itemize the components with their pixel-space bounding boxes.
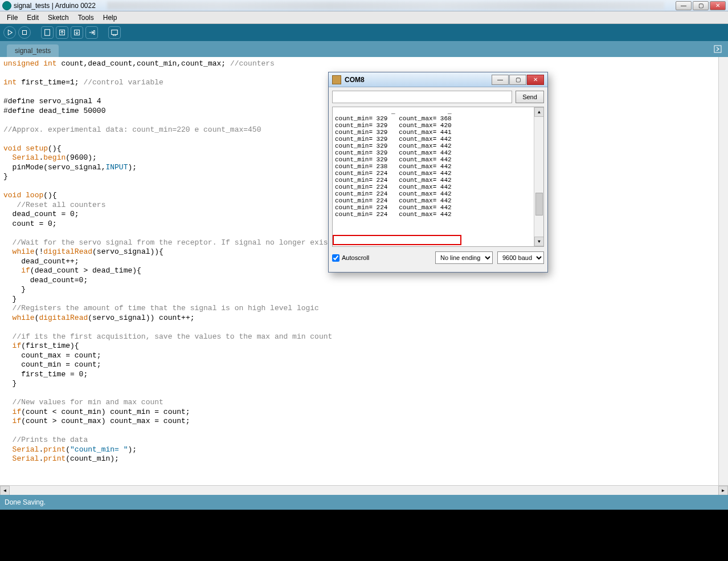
verify-button[interactable]	[3, 26, 16, 39]
svg-rect-2	[45, 30, 50, 36]
status-bar: Done Saving.	[0, 495, 728, 510]
stop-button[interactable]	[18, 26, 31, 39]
serial-output-line: count_min= 224 count_max= 442	[335, 184, 541, 190]
serial-output-area[interactable]: _ _count_min= 329 count_max= 368count_mi…	[332, 107, 544, 247]
autoscroll-label: Autoscroll	[342, 254, 369, 261]
tabbar: signal_tests	[0, 41, 728, 57]
serial-output-line: count_min= 238 count_max= 442	[335, 163, 541, 170]
toolbar	[0, 24, 728, 41]
line-ending-select[interactable]: No line ending	[435, 251, 493, 264]
serial-output-line: count_min= 224 count_max= 442	[335, 177, 541, 184]
minimize-button[interactable]: —	[676, 1, 692, 10]
svg-rect-7	[113, 35, 116, 36]
serial-monitor-button[interactable]	[108, 26, 121, 39]
serial-maximize-button[interactable]: ▢	[509, 75, 526, 85]
console-output	[0, 510, 728, 561]
serial-output-line: count_min= 329 count_max= 420	[335, 122, 541, 129]
horizontal-scrollbar[interactable]: ◄ ►	[0, 485, 728, 495]
menu-tools[interactable]: Tools	[73, 13, 99, 23]
serial-highlighted-line: count_min= 224 count_max= 442	[335, 211, 541, 218]
serial-output-line: count_min= 329 count_max= 441	[335, 129, 541, 136]
taskbar-blur	[107, 2, 664, 10]
menu-file[interactable]: File	[2, 13, 22, 23]
menu-help[interactable]: Help	[99, 13, 122, 23]
serial-output-line: count_min= 329 count_max= 442	[335, 156, 541, 163]
svg-rect-1	[23, 31, 27, 35]
java-icon	[332, 75, 341, 84]
menu-edit[interactable]: Edit	[22, 13, 43, 23]
scroll-right-icon[interactable]: ►	[718, 486, 728, 495]
serial-output-line: count_min= 329 count_max= 442	[335, 143, 541, 149]
new-button[interactable]	[41, 26, 54, 39]
scroll-up-icon[interactable]: ▲	[534, 107, 544, 117]
upload-button[interactable]	[85, 26, 98, 39]
status-message: Done Saving.	[5, 498, 46, 506]
close-button[interactable]: ✕	[710, 1, 726, 10]
autoscroll-input[interactable]	[332, 254, 340, 262]
svg-marker-0	[8, 30, 12, 35]
serial-output-line: count_min= 329 count_max= 442	[335, 136, 541, 143]
tab-signal-tests[interactable]: signal_tests	[7, 44, 59, 57]
svg-rect-6	[112, 30, 118, 35]
serial-scrollbar[interactable]: ▲ ▼	[534, 107, 543, 246]
serial-output-line: count_min= 224 count_max= 442	[335, 170, 541, 177]
highlight-box	[333, 235, 461, 245]
arduino-icon	[2, 1, 11, 10]
svg-rect-5	[94, 31, 95, 35]
serial-output-line: count_min= 329 count_max= 368	[335, 115, 541, 122]
scroll-left-icon[interactable]: ◄	[0, 486, 10, 495]
baud-rate-select[interactable]: 9600 baud	[497, 251, 544, 264]
menubar: File Edit Sketch Tools Help	[0, 11, 728, 24]
tab-menu-button[interactable]	[712, 43, 723, 55]
scroll-down-icon[interactable]: ▼	[534, 237, 544, 246]
serial-output-line: count_min= 329 count_max= 442	[335, 149, 541, 156]
serial-minimize-button[interactable]: —	[492, 75, 509, 85]
window-title: signal_tests | Arduino 0022	[14, 2, 96, 10]
maximize-button[interactable]: ▢	[693, 1, 709, 10]
autoscroll-checkbox[interactable]: Autoscroll	[332, 254, 369, 262]
svg-rect-8	[714, 46, 721, 52]
serial-send-button[interactable]: Send	[516, 91, 544, 103]
save-button[interactable]	[71, 26, 83, 39]
scroll-thumb[interactable]	[535, 193, 543, 216]
window-titlebar: signal_tests | Arduino 0022 — ▢ ✕	[0, 0, 728, 11]
serial-close-button[interactable]: ✕	[527, 75, 544, 85]
open-button[interactable]	[56, 26, 68, 39]
serial-input-field[interactable]	[332, 91, 512, 103]
serial-output-line: count_min= 224 count_max= 442	[335, 197, 541, 204]
menu-sketch[interactable]: Sketch	[43, 13, 73, 23]
vertical-scrollbar[interactable]	[718, 57, 728, 485]
serial-output-line: count_min= 224 count_max= 442	[335, 204, 541, 211]
serial-output-line: count_min= 224 count_max= 442	[335, 190, 541, 197]
serial-monitor-window: COM8 — ▢ ✕ Send _ _count_min= 329 count_…	[328, 72, 548, 273]
serial-title: COM8	[345, 76, 492, 84]
serial-titlebar[interactable]: COM8 — ▢ ✕	[329, 72, 547, 87]
window-controls: — ▢ ✕	[676, 1, 726, 10]
